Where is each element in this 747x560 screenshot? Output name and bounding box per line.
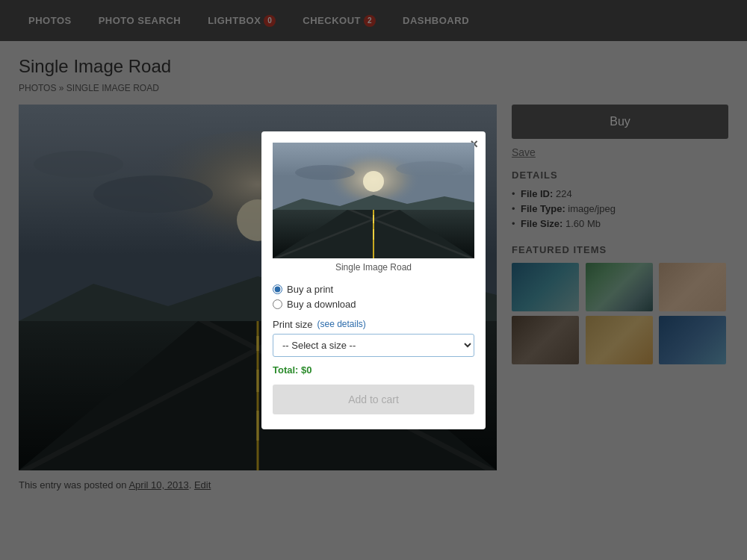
radio-print-text: Buy a print bbox=[287, 284, 333, 295]
total-line: Total: $0 bbox=[273, 364, 474, 376]
radio-print-input[interactable] bbox=[273, 284, 282, 294]
svg-point-18 bbox=[295, 165, 355, 180]
total-label-text: Total: bbox=[273, 364, 298, 376]
see-details-link[interactable]: (see details) bbox=[317, 319, 365, 329]
modal-overlay[interactable]: × bbox=[0, 0, 747, 560]
modal-image-container: Single Image Road bbox=[261, 131, 486, 284]
radio-group: Buy a print Buy a download bbox=[273, 284, 474, 310]
modal: × bbox=[261, 131, 486, 429]
total-value-text: $0 bbox=[301, 364, 311, 376]
radio-download-text: Buy a download bbox=[287, 299, 356, 310]
radio-download-input[interactable] bbox=[273, 299, 282, 309]
add-to-cart-button[interactable]: Add to cart bbox=[273, 385, 474, 414]
print-size-label-row: Print size (see details) bbox=[273, 319, 474, 330]
size-select[interactable]: -- Select a size -- bbox=[273, 334, 474, 357]
svg-point-19 bbox=[396, 161, 463, 176]
svg-point-17 bbox=[363, 171, 384, 192]
print-size-label-text: Print size bbox=[273, 319, 312, 330]
modal-body: Buy a print Buy a download Print size (s… bbox=[261, 284, 486, 414]
modal-image-caption: Single Image Road bbox=[273, 262, 474, 273]
radio-print-label[interactable]: Buy a print bbox=[273, 284, 474, 295]
radio-download-label[interactable]: Buy a download bbox=[273, 299, 474, 310]
modal-image bbox=[273, 143, 474, 258]
